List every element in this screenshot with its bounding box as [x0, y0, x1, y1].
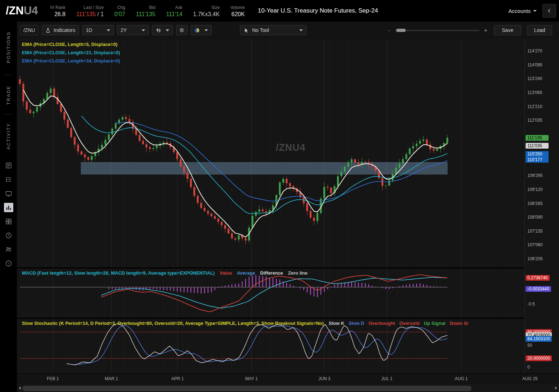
- chart-type-dropdown[interactable]: [152, 25, 173, 35]
- scrollbar-thumb[interactable]: [23, 386, 471, 391]
- chart-icon[interactable]: [4, 203, 13, 212]
- zoom-slider[interactable]: [395, 30, 480, 31]
- range-value: 2Y: [121, 27, 127, 33]
- stoch-axis-label: 50: [527, 343, 532, 348]
- people-icon[interactable]: [4, 245, 13, 254]
- svg-text:?: ?: [8, 262, 9, 266]
- x-axis-label: JUL 1: [382, 376, 393, 381]
- drawing-set-icon: [194, 28, 200, 33]
- ema-label[interactable]: EMA (Price=CLOSE, Length=34, Displace=0): [22, 58, 120, 64]
- quote-field-value: 111'135 / 1: [76, 10, 103, 18]
- y-axis-label: 108'090: [527, 215, 542, 220]
- candlestick-icon: [156, 27, 161, 33]
- quote-field: Size 1.7Kx3.4K: [193, 5, 220, 18]
- chevron-down-icon: [299, 29, 303, 31]
- drawing-tool-dropdown[interactable]: No Tool: [240, 25, 306, 35]
- collapse-panel-button[interactable]: [542, 4, 556, 18]
- triangle-left-icon: [19, 386, 21, 390]
- zoom-in-button[interactable]: +: [484, 29, 488, 32]
- price-badge: 110'177: [526, 157, 549, 163]
- quote-field-label: Size: [211, 5, 220, 10]
- chevron-down-icon: [166, 29, 169, 31]
- quote-field-value: 111'14: [166, 10, 182, 18]
- clock-icon[interactable]: [4, 231, 13, 240]
- macd-axis-label: -0.5: [527, 302, 535, 307]
- header-right: Accounts: [508, 4, 556, 18]
- indicators-button[interactable]: Indicators: [42, 25, 79, 35]
- y-axis-label: 113'240: [527, 76, 542, 81]
- candlestick-chart[interactable]: [17, 39, 525, 267]
- macd-badge: -0.0033440: [526, 286, 551, 292]
- price-badge: 111'135: [526, 135, 549, 141]
- ema-label[interactable]: EMA (Price=CLOSE, Length=5, Displace=0): [22, 42, 117, 47]
- scroll-left-button[interactable]: [17, 384, 23, 392]
- settings-button[interactable]: [176, 25, 188, 35]
- quote-fields: IV Rank 26.8 Last / Size 111'135 / 1 Chg…: [50, 3, 245, 18]
- stoch-label[interactable]: Slow Stochastic (K Period=14, D Period=3…: [22, 321, 324, 326]
- sidebar-tab-positions[interactable]: POSITIONS: [0, 26, 17, 69]
- sidebar-tab-activity[interactable]: ACTIVITY: [0, 119, 17, 153]
- ema-label[interactable]: EMA (Price=CLOSE, Length=21, Displace=0): [22, 50, 120, 55]
- zoom-control: - +: [388, 29, 488, 32]
- chart-scrollbar: [17, 384, 559, 392]
- quote-field-value: 26.8: [54, 10, 65, 18]
- symbol-input[interactable]: [23, 27, 35, 33]
- y-axis-label: 114'270: [527, 48, 542, 53]
- sidebar-icon-rail: ?: [0, 161, 17, 268]
- gear-icon: [179, 27, 185, 33]
- news-icon[interactable]: [4, 161, 13, 170]
- save-button[interactable]: Save: [494, 25, 521, 35]
- stochastic-panel: Slow Stochastic (K Period=14, D Period=3…: [17, 319, 525, 373]
- stoch-study-labels: Slow Stochastic (K Period=14, D Period=3…: [22, 321, 468, 326]
- range-dropdown[interactable]: 2Y: [117, 25, 149, 35]
- y-axis-label: 112'210: [527, 104, 542, 109]
- macd-badge: 0.2736740: [526, 275, 550, 281]
- symbol-root: /ZN: [6, 4, 24, 17]
- macd-chart[interactable]: [17, 269, 525, 318]
- timeframe-dropdown[interactable]: 1D: [82, 25, 114, 35]
- quote-field: Bid 111'135: [136, 5, 155, 18]
- symbol-watermark: /ZNU4: [276, 142, 306, 153]
- time-axis[interactable]: FEB 1MAR 1APR 1MAY 1JUN 3JUL 1AUG 1AUG 2…: [17, 373, 559, 384]
- quote-field: Chg 0'07: [115, 5, 125, 18]
- chevron-down-icon: [533, 10, 537, 12]
- dashboard-icon[interactable]: [4, 217, 13, 226]
- triangle-right-icon: [555, 386, 557, 390]
- quote-field: Ask 111'14: [166, 5, 182, 18]
- stoch-badge: 64.1503100: [526, 336, 552, 342]
- macd-label[interactable]: MACD (Fast length=12, Slow length=26, MA…: [22, 270, 214, 276]
- flask-icon: [45, 28, 51, 33]
- zoom-out-button[interactable]: -: [388, 29, 391, 32]
- quote-field-value: 111'135: [136, 10, 155, 18]
- legend-item: Up Signal: [424, 321, 445, 326]
- macd-legend: ValueAverageDifferenceZero line: [220, 270, 308, 276]
- sidebar-divider: [3, 75, 14, 75]
- y-axis-label: 113'065: [527, 90, 542, 95]
- scroll-right-button[interactable]: [553, 384, 559, 392]
- drawing-set-dropdown[interactable]: [191, 25, 212, 35]
- price-axis[interactable]: 114'270114'095113'240113'065112'210112'0…: [525, 39, 559, 383]
- help-icon[interactable]: ?: [4, 259, 13, 268]
- legend-item: Value: [220, 270, 232, 276]
- x-axis-label: FEB 1: [47, 376, 59, 381]
- chevron-down-icon: [107, 29, 110, 31]
- accounts-menu[interactable]: Accounts: [508, 8, 537, 14]
- ema-study-labels: EMA (Price=CLOSE, Length=5, Displace=0) …: [22, 42, 120, 64]
- stoch-axis-label: 0: [527, 365, 530, 370]
- chart-workspace: Indicators 1D 2Y: [17, 22, 559, 392]
- tv-icon[interactable]: [4, 189, 13, 198]
- contract-title: 10-Year U.S. Treasury Note Futures, Sep-…: [258, 7, 378, 14]
- chevron-down-icon: [142, 29, 145, 31]
- sidebar-tab-trade[interactable]: TRADE: [0, 81, 17, 109]
- load-button[interactable]: Load: [527, 25, 552, 35]
- symbol-suffix: U4: [24, 4, 38, 17]
- stoch-badge: 20.0000000: [526, 355, 552, 361]
- zoom-slider-thumb[interactable]: [396, 29, 406, 32]
- legend-item: Oversold: [399, 321, 419, 326]
- left-sidebar: POSITIONS TRADE ACTIVITY: [0, 22, 17, 392]
- stochastic-chart[interactable]: [17, 319, 525, 373]
- list-icon[interactable]: [4, 175, 13, 184]
- cursor-icon: [244, 28, 249, 33]
- quote-field-label: Last / Size: [84, 5, 104, 10]
- symbol-input-box: [20, 25, 38, 35]
